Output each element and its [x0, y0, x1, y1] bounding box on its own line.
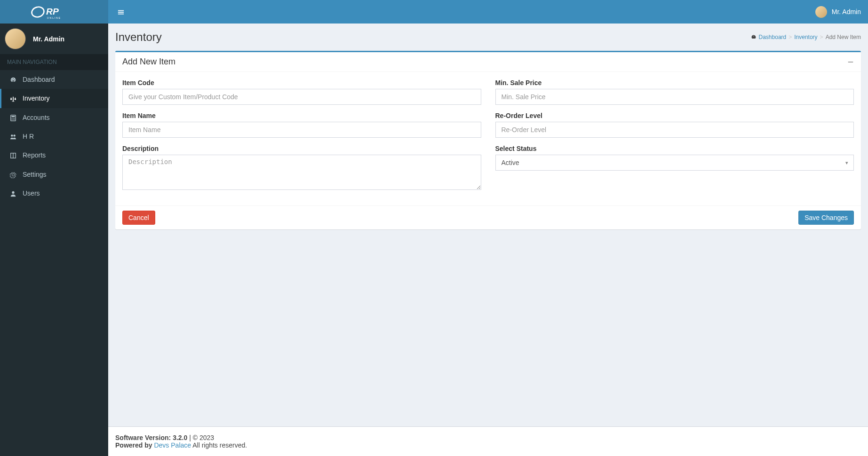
footer-version-label: Software Version:: [115, 434, 173, 441]
svg-point-10: [14, 119, 15, 120]
erp-logo-icon: RP ONLINE: [30, 4, 79, 20]
box-header: Add New Item: [115, 52, 861, 72]
users-icon: [8, 133, 18, 140]
sidebar-item-hr[interactable]: H R: [0, 127, 108, 146]
reorder-level-label: Re-Order Level: [495, 112, 854, 119]
sidebar-item-label: Accounts: [23, 114, 50, 121]
reorder-level-input[interactable]: [495, 122, 854, 138]
book-icon: [8, 151, 18, 159]
item-name-input[interactable]: [122, 122, 481, 138]
sidebar-item-label: Reports: [23, 151, 46, 159]
gear-icon: [8, 170, 18, 178]
min-sale-price-label: Min. Sale Price: [495, 79, 854, 86]
page-title: Inventory: [115, 31, 162, 44]
svg-point-7: [14, 118, 15, 119]
status-select[interactable]: Active: [495, 155, 854, 171]
svg-point-11: [11, 134, 13, 136]
description-input[interactable]: [122, 155, 481, 190]
sidebar-item-settings[interactable]: Settings: [0, 165, 108, 183]
form-box: Add New Item Item Code Item Name: [115, 51, 861, 229]
avatar: [815, 6, 827, 18]
hamburger-icon: [118, 9, 124, 16]
svg-text:ONLINE: ONLINE: [47, 16, 61, 19]
page-footer: Software Version: 3.2.0 | © 2023 Powered…: [108, 426, 868, 456]
calculator-icon: [8, 114, 18, 121]
svg-text:RP: RP: [46, 6, 59, 16]
box-collapse-button[interactable]: [847, 58, 854, 65]
user-icon: [8, 189, 18, 197]
dashboard-icon: [8, 76, 18, 83]
minus-icon: [847, 59, 854, 65]
sidebar-item-reports[interactable]: Reports: [0, 146, 108, 165]
save-button[interactable]: Save Changes: [798, 211, 854, 225]
status-label: Select Status: [495, 145, 854, 152]
svg-point-9: [13, 119, 14, 120]
breadcrumb-inventory[interactable]: Inventory: [794, 34, 817, 40]
breadcrumb-separator: >: [788, 34, 792, 40]
sidebar-toggle-button[interactable]: [115, 5, 127, 18]
item-code-input[interactable]: [122, 89, 481, 105]
item-name-label: Item Name: [122, 112, 481, 119]
svg-point-12: [13, 134, 15, 136]
sidebar-item-label: Users: [23, 189, 40, 197]
sidebar-item-users[interactable]: Users: [0, 184, 108, 203]
dashboard-icon: [751, 34, 757, 40]
form-footer: Cancel Save Changes: [115, 205, 861, 229]
form-body: Item Code Item Name Description: [115, 72, 861, 205]
item-code-label: Item Code: [122, 79, 481, 86]
breadcrumb: Dashboard > Inventory > Add New Item: [751, 34, 861, 40]
content-header: Inventory Dashboard > Inventory > Add Ne…: [108, 24, 868, 51]
avatar: [5, 28, 26, 49]
footer-powered-by: Powered by: [115, 441, 154, 449]
sidebar-item-label: Inventory: [23, 94, 50, 102]
sidebar: RP ONLINE Mr. Admin MAIN NAVIGATION Dash…: [0, 0, 108, 456]
sidebar-item-dashboard[interactable]: Dashboard: [0, 70, 108, 89]
svg-point-8: [12, 119, 13, 120]
svg-point-15: [12, 191, 14, 194]
sidebar-item-label: Dashboard: [23, 76, 55, 83]
sidebar-section-header: MAIN NAVIGATION: [0, 54, 108, 70]
footer-company-link[interactable]: Devs Palace: [154, 441, 191, 449]
sidebar-item-inventory[interactable]: Inventory: [0, 89, 108, 108]
sidebar-item-label: Settings: [23, 171, 47, 178]
svg-rect-16: [848, 62, 853, 63]
svg-point-0: [31, 5, 45, 18]
footer-rights: All rights reserved.: [191, 441, 247, 449]
sidebar-user-name: Mr. Admin: [33, 35, 64, 43]
balance-icon: [8, 94, 18, 102]
topbar: Mr. Admin: [108, 0, 868, 24]
sidebar-menu: Dashboard Inventory Accounts H R: [0, 70, 108, 203]
cancel-button[interactable]: Cancel: [122, 211, 155, 225]
box-title: Add New Item: [122, 57, 175, 67]
breadcrumb-separator: >: [820, 34, 823, 40]
sidebar-item-label: H R: [23, 133, 34, 140]
description-label: Description: [122, 145, 481, 152]
footer-version: 3.2.0: [173, 434, 187, 441]
svg-point-6: [13, 118, 14, 119]
svg-point-5: [12, 118, 13, 119]
min-sale-price-input[interactable]: [495, 89, 854, 105]
footer-copyright: | © 2023: [187, 434, 214, 441]
svg-rect-4: [12, 116, 15, 118]
sidebar-user-panel: Mr. Admin: [0, 24, 108, 54]
sidebar-item-accounts[interactable]: Accounts: [0, 108, 108, 127]
topbar-user-name: Mr. Admin: [832, 8, 861, 16]
breadcrumb-current: Add New Item: [826, 34, 861, 40]
topbar-user-menu[interactable]: Mr. Admin: [815, 6, 861, 18]
breadcrumb-dashboard[interactable]: Dashboard: [759, 34, 787, 40]
app-logo[interactable]: RP ONLINE: [0, 0, 108, 24]
